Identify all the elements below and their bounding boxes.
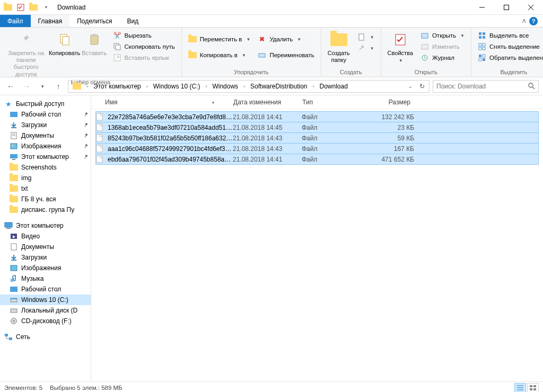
selectnone-button[interactable]: Снять выделение <box>475 41 543 52</box>
pastelink-button[interactable]: Вставить ярлык <box>110 52 178 63</box>
nav-pc-item[interactable]: Windows 10 (C:) <box>0 295 91 305</box>
open-button[interactable]: Открыть▼ <box>417 30 468 41</box>
nav-quickaccess[interactable]: ★Быстрый доступ <box>0 99 91 109</box>
history-button[interactable]: Журнал <box>417 52 468 63</box>
edit-button[interactable]: Изменить <box>417 41 468 52</box>
nav-quick-item[interactable]: Рабочий стол <box>0 109 91 120</box>
tab-file[interactable]: Файл <box>0 15 31 27</box>
ribbon-collapse-icon[interactable]: ᐱ <box>522 18 526 24</box>
nav-pc-item[interactable]: CD-дисковод (F:) <box>0 316 91 326</box>
svg-rect-70 <box>97 135 102 141</box>
nav-pc-item[interactable]: Локальный диск (D <box>0 305 91 316</box>
col-date[interactable]: Дата изменения <box>229 99 298 106</box>
minimize-button[interactable] <box>470 0 494 15</box>
file-type: Файл <box>302 124 355 131</box>
star-icon: ★ <box>4 100 13 108</box>
column-headers[interactable]: Имя▴ Дата изменения Тип Размер <box>91 95 543 109</box>
file-row[interactable]: 85243b97be3b581f02a65b5b50ff186a632c...2… <box>95 132 539 144</box>
up-button[interactable]: ↑ <box>52 80 65 93</box>
chevron-right-icon[interactable]: › <box>203 84 209 89</box>
nav-pc-item[interactable]: Видео <box>0 231 91 242</box>
col-name[interactable]: Имя▴ <box>91 99 229 106</box>
delete-button[interactable]: ✖Удалить▼ <box>255 34 317 44</box>
nav-item-icon <box>10 121 18 129</box>
selectinvert-icon <box>478 54 486 62</box>
edit-icon <box>421 42 429 51</box>
crumb-drive[interactable]: Windows 10 (C:) <box>150 83 204 90</box>
help-icon[interactable]: ? <box>529 17 538 25</box>
col-type[interactable]: Тип <box>298 99 351 106</box>
crumb-windows[interactable]: Windows <box>209 83 241 90</box>
nav-quick-item[interactable]: Screenshots <box>0 162 91 173</box>
nav-quick-item[interactable]: Изображения <box>0 141 91 152</box>
back-button[interactable]: ← <box>4 80 17 93</box>
breadcrumb[interactable]: › Этот компьютер › Windows 10 (C:) › Win… <box>68 80 430 93</box>
svg-rect-71 <box>97 145 102 152</box>
file-row[interactable]: 22e7285a746a5e6e7e3e3cba7e9d7e8fd8e8...2… <box>95 111 539 122</box>
qat-newfolder-icon[interactable] <box>28 2 39 13</box>
file-row[interactable]: 1368ab1ecea5b79ae3df07210a584add51d...21… <box>95 122 539 133</box>
nav-pc-item[interactable]: Музыка <box>0 273 91 284</box>
nav-quick-item[interactable]: ГБ 8 уч. вся <box>0 194 91 204</box>
crumb-swdist[interactable]: SoftwareDistribution <box>247 83 310 90</box>
easyaccess-icon <box>357 44 366 52</box>
nav-pc-item[interactable]: Рабочий стол <box>0 284 91 295</box>
nav-quick-item[interactable]: img <box>0 173 91 183</box>
paste-button[interactable]: Вставить <box>80 29 109 57</box>
nav-quick-item[interactable]: диспанс. група Пу <box>0 204 91 215</box>
selectall-button[interactable]: Выделить все <box>475 30 543 41</box>
tab-view[interactable]: Вид <box>119 15 146 27</box>
nav-thispc[interactable]: Этот компьютер <box>0 220 91 231</box>
nav-pc-item[interactable]: Изображения <box>0 263 91 273</box>
nav-network[interactable]: Сеть <box>0 332 91 342</box>
recent-button[interactable]: ▾ <box>36 80 49 93</box>
tab-share[interactable]: Поделиться <box>69 15 119 27</box>
properties-button[interactable]: Свойства▼ <box>384 29 416 64</box>
copyto-button[interactable]: Копировать в▼ <box>185 50 254 60</box>
forward-button[interactable]: → <box>20 80 33 93</box>
moveto-button[interactable]: Переместить в▼ <box>185 34 254 44</box>
navigation-pane[interactable]: ★Быстрый доступ Рабочий столЗагрузкиДоку… <box>0 95 91 381</box>
maximize-button[interactable] <box>494 0 519 15</box>
nav-pc-item[interactable]: Документы <box>0 242 91 252</box>
nav-quick-item[interactable]: Загрузки <box>0 120 91 130</box>
chevron-right-icon[interactable]: › <box>241 84 247 89</box>
chevron-right-icon[interactable]: › <box>84 84 90 89</box>
svg-rect-15 <box>422 33 428 38</box>
selectinvert-button[interactable]: Обратить выделение <box>475 52 543 63</box>
easyaccess-button[interactable]: ▼ <box>354 43 378 54</box>
pin-icon <box>82 111 90 118</box>
view-details-button[interactable] <box>514 383 526 393</box>
file-size: 167 КБ <box>355 145 418 153</box>
close-button[interactable] <box>519 0 543 15</box>
nav-item-label: ГБ 8 уч. вся <box>21 195 56 203</box>
nav-quick-item[interactable]: Этот компьютер <box>0 152 91 162</box>
rename-button[interactable]: Переименовать <box>255 50 317 60</box>
nav-pc-item[interactable]: Загрузки <box>0 252 91 263</box>
view-icons-button[interactable] <box>527 383 539 393</box>
svg-rect-64 <box>5 334 8 336</box>
cut-button[interactable]: ✂️Вырезать <box>110 30 178 41</box>
qat-properties-icon[interactable] <box>15 2 27 13</box>
copy-button[interactable]: Копировать <box>50 29 79 57</box>
newitem-button[interactable]: ▼ <box>354 32 378 42</box>
nav-quick-item[interactable]: txt <box>0 183 91 194</box>
file-row[interactable]: aaa1c96c04688f572499927901bc4fd6ef3a...2… <box>95 143 539 154</box>
file-date: 21.08.2018 14:43 <box>233 135 302 142</box>
crumb-download[interactable]: Download <box>317 83 351 90</box>
address-dropdown-icon[interactable]: ⌄ <box>405 84 416 89</box>
crumb-pc[interactable]: Этот компьютер <box>90 83 144 90</box>
copypath-button[interactable]: Скопировать путь <box>110 41 178 52</box>
newfolder-button[interactable]: Создать папку <box>325 29 353 64</box>
tab-home[interactable]: Главная <box>31 15 70 27</box>
window-title: Download <box>54 4 85 11</box>
col-size[interactable]: Размер <box>351 99 415 106</box>
search-input[interactable]: Поиск: Download <box>433 80 539 93</box>
nav-quick-item[interactable]: Документы <box>0 130 91 141</box>
file-row[interactable]: ebd6aa796701f02f45ad309b49745b858a1a...2… <box>95 154 539 165</box>
chevron-right-icon[interactable]: › <box>311 84 317 89</box>
chevron-right-icon[interactable]: › <box>144 84 150 89</box>
pin-quickaccess-button[interactable]: Закрепить на панели быстрого доступа <box>3 29 49 78</box>
refresh-icon[interactable]: ↻ <box>416 83 428 90</box>
qat-dropdown-icon[interactable]: ▾ <box>40 2 52 13</box>
